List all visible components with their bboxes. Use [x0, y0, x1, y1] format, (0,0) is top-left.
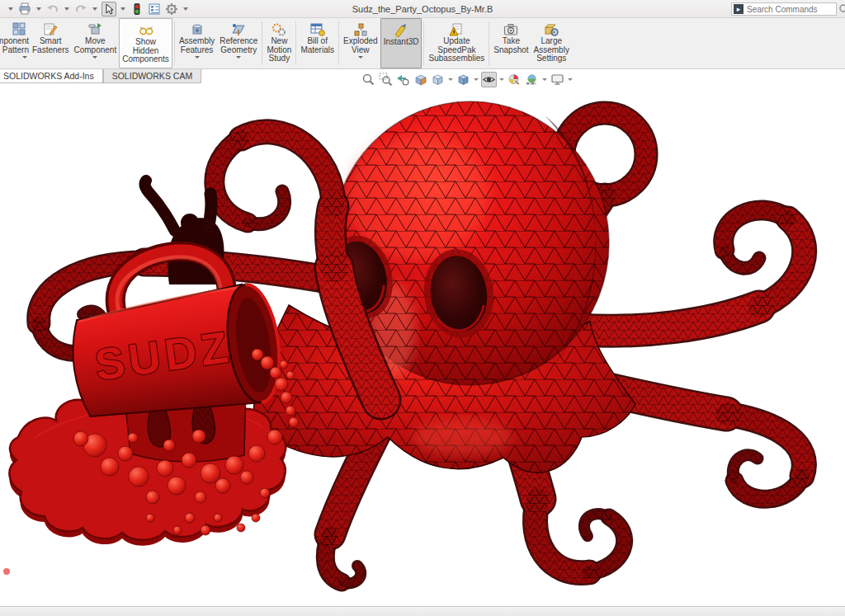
redo-dropdown-arrow[interactable]: [92, 7, 97, 11]
take-snapshot-button[interactable]: TakeSnapshot: [491, 18, 531, 68]
undo-icon: [46, 2, 59, 16]
redo-button[interactable]: [73, 2, 88, 16]
new-motion-study-icon: [271, 21, 286, 37]
commandmanager-tabs: SOLIDWORKS Add-Ins SOLIDWORKS CAM: [0, 69, 201, 83]
show-hidden-components-icon: [139, 21, 153, 38]
tab-solidworks-cam[interactable]: SOLIDWORKS CAM: [103, 69, 201, 83]
ribbon-separator: [262, 21, 262, 65]
component-pattern-dropdown-arrow[interactable]: [22, 56, 27, 59]
select-dropdown-arrow[interactable]: [120, 7, 125, 11]
ribbon-separator: [423, 21, 424, 65]
show-hidden-components-button[interactable]: ShowHiddenComponents: [119, 18, 172, 68]
settings-button[interactable]: [164, 2, 179, 16]
ribbon-separator: [174, 21, 175, 65]
select-cursor-button[interactable]: [101, 2, 116, 16]
component-pattern-button[interactable]: ComponentPattern: [0, 18, 30, 68]
view-orientation-dropdown-arrow[interactable]: [448, 78, 453, 81]
smart-fasteners-icon: [43, 21, 58, 37]
smart-fasteners-button[interactable]: SmartFasteners: [30, 18, 71, 68]
view-settings-dropdown-arrow[interactable]: [568, 78, 573, 81]
large-assembly-settings-button[interactable]: LargeAssemblySettings: [531, 18, 572, 68]
update-speedpak-subassemblies-button[interactable]: UpdateSpeedPakSubassemblies: [426, 18, 487, 68]
move-component-button[interactable]: MoveComponent: [71, 18, 119, 68]
print-button[interactable]: [17, 2, 32, 16]
reference-geometry-button[interactable]: ReferenceGeometry: [217, 18, 260, 68]
properties-button[interactable]: [147, 2, 162, 16]
redo-icon: [74, 2, 87, 16]
select-cursor-icon: [103, 3, 115, 15]
magnifier-icon[interactable]: [838, 3, 845, 15]
status-bar: [0, 606, 845, 616]
ribbon-separator: [338, 21, 339, 65]
reference-geometry-icon: [231, 21, 246, 37]
move-component-dropdown-arrow[interactable]: [92, 56, 97, 59]
title-bar: Sudz_the_Party_Octopus_By-Mr.B ▸: [0, 0, 845, 18]
red-artifact: [3, 568, 10, 575]
instant3d-button[interactable]: Instant3D: [380, 18, 422, 68]
undo-dropdown-arrow[interactable]: [64, 7, 69, 11]
print-icon: [18, 2, 31, 16]
exploded-view-button[interactable]: ExplodedView: [341, 18, 380, 68]
assembly-features-button[interactable]: AssemblyFeatures: [177, 18, 217, 68]
settings-dropdown-arrow[interactable]: [183, 7, 188, 11]
dropdown-arrow-icon[interactable]: [8, 7, 13, 11]
ribbon-separator: [489, 21, 489, 65]
properties-icon: [148, 2, 161, 16]
bill-of-materials-button[interactable]: Bill ofMaterials: [298, 18, 337, 68]
search-input[interactable]: [747, 5, 834, 14]
graphics-viewport[interactable]: SUDZ: [0, 69, 845, 606]
hide-show-items-dropdown-arrow[interactable]: [499, 78, 504, 81]
update-speedpak-subassemblies-icon: [449, 21, 464, 37]
octopus-3d-model[interactable]: SUDZ: [0, 82, 845, 606]
stoplight-button[interactable]: [130, 2, 144, 16]
new-motion-study-button[interactable]: NewMotionStudy: [264, 18, 294, 68]
reference-geometry-dropdown-arrow[interactable]: [236, 56, 241, 59]
large-assembly-settings-icon: [544, 21, 559, 37]
solidworks-search-icon: ▸: [734, 4, 744, 14]
print-dropdown-arrow[interactable]: [36, 7, 41, 11]
assembly-features-icon: [190, 21, 205, 37]
bill-of-materials-icon: [310, 21, 325, 37]
gear-icon: [165, 2, 178, 16]
search-commands-box[interactable]: ▸: [731, 2, 837, 16]
display-style-dropdown-arrow[interactable]: [474, 78, 479, 81]
command-manager-ribbon: ComponentPatternSmartFastenersMoveCompon…: [0, 18, 845, 69]
assembly-features-dropdown-arrow[interactable]: [195, 56, 200, 59]
quick-access-toolbar: [0, 2, 190, 16]
move-component-icon: [87, 21, 102, 37]
component-pattern-icon: [12, 21, 27, 37]
exploded-view-dropdown-arrow[interactable]: [358, 56, 363, 59]
instant3d-icon: [394, 21, 408, 38]
mug-scene: SUDZ: [3, 181, 299, 575]
undo-button[interactable]: [45, 2, 60, 16]
stoplight-icon: [132, 2, 142, 16]
exploded-view-icon: [353, 21, 368, 37]
apply-scene-dropdown-arrow[interactable]: [542, 78, 547, 81]
tab-solidworks-add-ins[interactable]: SOLIDWORKS Add-Ins: [0, 69, 103, 83]
ribbon-separator: [295, 21, 296, 65]
take-snapshot-icon: [503, 21, 518, 37]
